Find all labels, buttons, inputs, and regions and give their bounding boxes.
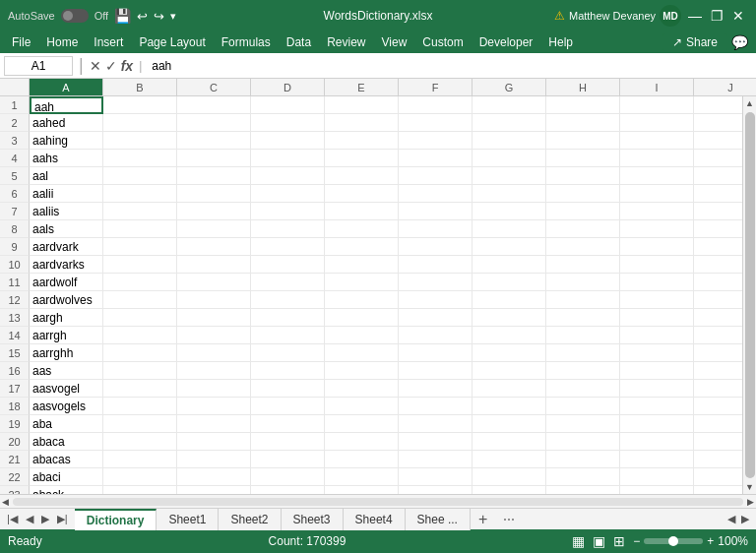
cell-C14[interactable] — [177, 327, 251, 344]
cell-C8[interactable] — [177, 220, 251, 238]
cell-H8[interactable] — [546, 220, 620, 238]
sheet-tab-dictionary[interactable]: Dictionary — [75, 509, 158, 530]
cell-D23[interactable] — [251, 486, 325, 494]
cell-C21[interactable] — [177, 451, 251, 468]
zoom-slider[interactable] — [644, 538, 703, 544]
cell-G23[interactable] — [472, 486, 546, 494]
cell-D12[interactable] — [251, 291, 325, 309]
cell-D13[interactable] — [251, 309, 325, 327]
cell-I21[interactable] — [620, 451, 694, 468]
cell-B12[interactable] — [103, 291, 177, 309]
cell-C5[interactable] — [177, 167, 251, 185]
zoom-in-button[interactable]: + — [707, 534, 714, 548]
cell-G19[interactable] — [472, 415, 546, 433]
cell-B14[interactable] — [103, 327, 177, 344]
cell-F7[interactable] — [399, 203, 472, 220]
col-header-g[interactable]: G — [472, 79, 546, 95]
undo-icon[interactable]: ↩ — [137, 9, 148, 24]
cell-B4[interactable] — [103, 150, 177, 167]
cell-B1[interactable] — [103, 96, 177, 114]
cell-E7[interactable] — [325, 203, 399, 220]
cell-I17[interactable] — [620, 380, 694, 398]
cell-J8[interactable] — [694, 220, 742, 238]
menu-insert[interactable]: Insert — [86, 33, 131, 51]
cell-D10[interactable] — [251, 256, 325, 274]
cell-E11[interactable] — [325, 274, 399, 291]
cell-D6[interactable] — [251, 185, 325, 203]
cell-B5[interactable] — [103, 167, 177, 185]
cell-J4[interactable] — [694, 150, 742, 167]
cell-H1[interactable] — [546, 96, 620, 114]
cell-H17[interactable] — [546, 380, 620, 398]
cell-E13[interactable] — [325, 309, 399, 327]
avatar[interactable]: MD — [660, 5, 681, 27]
cell-C3[interactable] — [177, 132, 251, 150]
cell-B23[interactable] — [103, 486, 177, 494]
cell-B17[interactable] — [103, 380, 177, 398]
cell-I15[interactable] — [620, 344, 694, 362]
cell-C20[interactable] — [177, 433, 251, 451]
cell-D19[interactable] — [251, 415, 325, 433]
cell-F13[interactable] — [399, 309, 472, 327]
cell-F18[interactable] — [399, 398, 472, 415]
cell-F20[interactable] — [399, 433, 472, 451]
cell-I9[interactable] — [620, 238, 694, 256]
cell-D3[interactable] — [251, 132, 325, 150]
cell-F23[interactable] — [399, 486, 472, 494]
cell-I2[interactable] — [620, 114, 694, 132]
col-header-i[interactable]: I — [620, 79, 694, 95]
cell-a12[interactable]: aardwolves — [30, 291, 103, 309]
cell-B10[interactable] — [103, 256, 177, 274]
cell-D16[interactable] — [251, 362, 325, 380]
cell-B19[interactable] — [103, 415, 177, 433]
cell-G13[interactable] — [472, 309, 546, 327]
cell-B2[interactable] — [103, 114, 177, 132]
menu-view[interactable]: View — [374, 33, 415, 51]
cell-E23[interactable] — [325, 486, 399, 494]
cell-I8[interactable] — [620, 220, 694, 238]
col-header-j[interactable]: J — [694, 79, 756, 95]
cell-a3[interactable]: aahing — [30, 132, 103, 150]
cell-I6[interactable] — [620, 185, 694, 203]
cell-a2[interactable]: aahed — [30, 114, 103, 132]
cell-I11[interactable] — [620, 274, 694, 291]
cell-a20[interactable]: abaca — [30, 433, 103, 451]
cell-G16[interactable] — [472, 362, 546, 380]
cell-I12[interactable] — [620, 291, 694, 309]
cell-H20[interactable] — [546, 433, 620, 451]
cell-E17[interactable] — [325, 380, 399, 398]
sheet-prev-btn[interactable]: ◀ — [23, 512, 36, 526]
cell-a17[interactable]: aasvogel — [30, 380, 103, 398]
cell-D22[interactable] — [251, 468, 325, 486]
scroll-left-arrow[interactable]: ◀ — [2, 497, 9, 507]
cell-F16[interactable] — [399, 362, 472, 380]
col-header-d[interactable]: D — [251, 79, 325, 95]
cell-H18[interactable] — [546, 398, 620, 415]
cell-E4[interactable] — [325, 150, 399, 167]
cell-E5[interactable] — [325, 167, 399, 185]
cell-J20[interactable] — [694, 433, 742, 451]
cell-D17[interactable] — [251, 380, 325, 398]
cell-B21[interactable] — [103, 451, 177, 468]
cell-G11[interactable] — [472, 274, 546, 291]
cell-H3[interactable] — [546, 132, 620, 150]
save-icon[interactable]: 💾 — [114, 8, 131, 24]
cell-J3[interactable] — [694, 132, 742, 150]
cell-E15[interactable] — [325, 344, 399, 362]
cell-H21[interactable] — [546, 451, 620, 468]
cell-a21[interactable]: abacas — [30, 451, 103, 468]
cell-E22[interactable] — [325, 468, 399, 486]
scroll-up-arrow[interactable]: ▲ — [743, 96, 756, 110]
close-button[interactable]: ✕ — [728, 6, 748, 26]
cell-J10[interactable] — [694, 256, 742, 274]
cell-C1[interactable] — [177, 96, 251, 114]
cell-G8[interactable] — [472, 220, 546, 238]
cell-D4[interactable] — [251, 150, 325, 167]
cell-B11[interactable] — [103, 274, 177, 291]
menu-custom[interactable]: Custom — [414, 33, 471, 51]
cell-a1[interactable]: aah — [30, 96, 103, 114]
cell-D9[interactable] — [251, 238, 325, 256]
sheet-last-btn[interactable]: ▶| — [54, 512, 71, 526]
cell-G15[interactable] — [472, 344, 546, 362]
cell-J23[interactable] — [694, 486, 742, 494]
